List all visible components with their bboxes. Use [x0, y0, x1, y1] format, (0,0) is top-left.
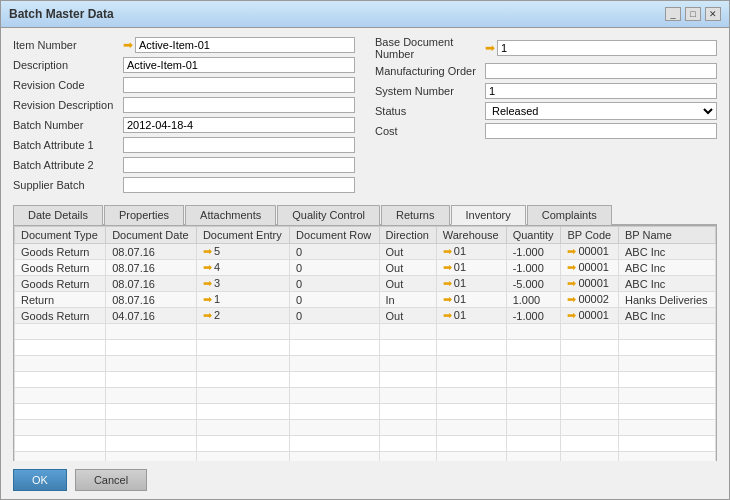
table-row-empty	[15, 420, 716, 436]
supplier-batch-input-group	[123, 177, 355, 193]
close-button[interactable]: ✕	[705, 7, 721, 21]
base-doc-input-group: ➡	[485, 40, 717, 56]
col-doc-type: Document Type	[15, 227, 106, 244]
cell-arrow-icon: ➡	[443, 245, 452, 257]
mfg-order-label: Manufacturing Order	[375, 65, 485, 77]
col-bp-code: BP Code	[561, 227, 619, 244]
mfg-order-row: Manufacturing Order	[375, 62, 717, 80]
revision-desc-row: Revision Description	[13, 96, 355, 114]
form-left: Item Number ➡ Description Revision Code	[13, 36, 355, 194]
revision-code-label: Revision Code	[13, 79, 123, 91]
batch-number-input-group	[123, 117, 355, 133]
tab-returns[interactable]: Returns	[381, 205, 450, 225]
batch-attr2-input-group	[123, 157, 355, 173]
sys-number-row: System Number	[375, 82, 717, 100]
tabs-section: Date Details Properties Attachments Qual…	[13, 204, 717, 461]
main-window: Batch Master Data _ □ ✕ Item Number ➡ De…	[0, 0, 730, 500]
batch-number-label: Batch Number	[13, 119, 123, 131]
cost-input-group	[485, 123, 717, 139]
revision-code-input[interactable]	[123, 77, 355, 93]
cost-input[interactable]	[485, 123, 717, 139]
col-quantity: Quantity	[506, 227, 561, 244]
supplier-batch-label: Supplier Batch	[13, 179, 123, 191]
cell-arrow-icon: ➡	[203, 293, 212, 305]
cell-arrow-icon: ➡	[203, 245, 212, 257]
batch-attr2-label: Batch Attribute 2	[13, 159, 123, 171]
table-row-empty	[15, 388, 716, 404]
table-container: Document Type Document Date Document Ent…	[13, 225, 717, 461]
tab-complaints[interactable]: Complaints	[527, 205, 612, 225]
table-row[interactable]: Return08.07.16➡10In➡011.000➡00002Hanks D…	[15, 292, 716, 308]
revision-code-row: Revision Code	[13, 76, 355, 94]
batch-attr1-input[interactable]	[123, 137, 355, 153]
status-input-group: Released Not Accessible Locked	[485, 102, 717, 120]
table-row[interactable]: Goods Return08.07.16➡40Out➡01-1.000➡0000…	[15, 260, 716, 276]
tab-inventory[interactable]: Inventory	[451, 205, 526, 225]
cell-arrow-icon: ➡	[567, 245, 576, 257]
item-number-input-group: ➡	[123, 37, 355, 53]
tab-properties[interactable]: Properties	[104, 205, 184, 225]
col-warehouse: Warehouse	[436, 227, 506, 244]
table-header-row: Document Type Document Date Document Ent…	[15, 227, 716, 244]
tab-date-details[interactable]: Date Details	[13, 205, 103, 225]
cell-arrow-icon: ➡	[203, 261, 212, 273]
cell-arrow-icon: ➡	[203, 277, 212, 289]
item-number-arrow-icon: ➡	[123, 38, 133, 52]
col-doc-date: Document Date	[106, 227, 197, 244]
tabs-header: Date Details Properties Attachments Qual…	[13, 204, 717, 225]
footer: OK Cancel	[1, 461, 729, 499]
item-number-input[interactable]	[135, 37, 355, 53]
table-row-empty	[15, 404, 716, 420]
mfg-order-input[interactable]	[485, 63, 717, 79]
cell-arrow-icon: ➡	[567, 277, 576, 289]
form-right: Base Document Number ➡ Manufacturing Ord…	[375, 36, 717, 194]
revision-desc-label: Revision Description	[13, 99, 123, 111]
batch-number-row: Batch Number	[13, 116, 355, 134]
status-row: Status Released Not Accessible Locked	[375, 102, 717, 120]
table-row-empty	[15, 324, 716, 340]
sys-number-input-group	[485, 83, 717, 99]
status-label: Status	[375, 105, 485, 117]
revision-code-input-group	[123, 77, 355, 93]
supplier-batch-input[interactable]	[123, 177, 355, 193]
sys-number-label: System Number	[375, 85, 485, 97]
base-doc-input[interactable]	[497, 40, 717, 56]
description-row: Description	[13, 56, 355, 74]
cancel-button[interactable]: Cancel	[75, 469, 147, 491]
cost-row: Cost	[375, 122, 717, 140]
status-select[interactable]: Released Not Accessible Locked	[485, 102, 717, 120]
maximize-button[interactable]: □	[685, 7, 701, 21]
cell-arrow-icon: ➡	[443, 293, 452, 305]
batch-attr1-label: Batch Attribute 1	[13, 139, 123, 151]
table-row-empty	[15, 372, 716, 388]
table-row-empty	[15, 436, 716, 452]
table-row[interactable]: Goods Return04.07.16➡20Out➡01-1.000➡0000…	[15, 308, 716, 324]
table-row[interactable]: Goods Return08.07.16➡30Out➡01-5.000➡0000…	[15, 276, 716, 292]
cell-arrow-icon: ➡	[567, 309, 576, 321]
cell-arrow-icon: ➡	[567, 293, 576, 305]
col-doc-entry: Document Entry	[196, 227, 289, 244]
tab-quality-control[interactable]: Quality Control	[277, 205, 380, 225]
sys-number-input[interactable]	[485, 83, 717, 99]
batch-number-input[interactable]	[123, 117, 355, 133]
batch-attr2-row: Batch Attribute 2	[13, 156, 355, 174]
minimize-button[interactable]: _	[665, 7, 681, 21]
table-row[interactable]: Goods Return08.07.16➡50Out➡01-1.000➡0000…	[15, 244, 716, 260]
window-controls: _ □ ✕	[665, 7, 721, 21]
col-doc-row: Document Row	[290, 227, 379, 244]
mfg-order-input-group	[485, 63, 717, 79]
ok-button[interactable]: OK	[13, 469, 67, 491]
col-bp-name: BP Name	[619, 227, 716, 244]
batch-attr1-input-group	[123, 137, 355, 153]
table-row-empty	[15, 452, 716, 462]
cost-label: Cost	[375, 125, 485, 137]
revision-desc-input[interactable]	[123, 97, 355, 113]
table-row-empty	[15, 356, 716, 372]
base-doc-label: Base Document Number	[375, 36, 485, 60]
batch-attr2-input[interactable]	[123, 157, 355, 173]
description-input-group	[123, 57, 355, 73]
description-input[interactable]	[123, 57, 355, 73]
col-direction: Direction	[379, 227, 436, 244]
tab-attachments[interactable]: Attachments	[185, 205, 276, 225]
base-doc-row: Base Document Number ➡	[375, 36, 717, 60]
